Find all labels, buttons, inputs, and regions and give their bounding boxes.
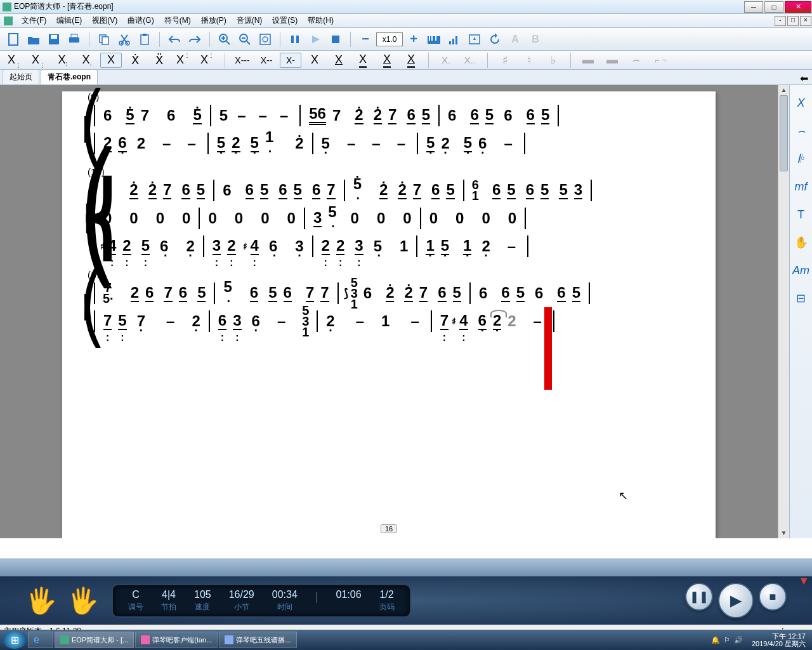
playback-cursor — [544, 307, 552, 390]
marker-b-button[interactable]: B — [526, 30, 545, 48]
zoom-display[interactable]: x1.0 — [376, 32, 403, 46]
sharp-button[interactable]: ♯ — [494, 53, 516, 68]
system-tray[interactable]: 🔔 ⚐ 🔊 下午 12:17 2019/4/20 星期六 — [711, 632, 809, 647]
cut-button[interactable] — [115, 30, 134, 48]
scroll-up-icon[interactable]: ▲ — [778, 85, 789, 95]
scroll-thumb[interactable] — [780, 95, 788, 171]
menu-play[interactable]: 播放(P) — [196, 15, 232, 26]
tray-notifications-icon[interactable]: 🔔 — [711, 636, 720, 644]
note-dot-1[interactable]: X. — [435, 53, 457, 68]
settings-button[interactable] — [465, 30, 484, 48]
natural-button[interactable]: ♮ — [518, 53, 540, 68]
note-dur-9[interactable]: X⋮ — [197, 53, 218, 68]
rest-whole[interactable]: ▬ — [577, 53, 599, 68]
tempo-down-button[interactable]: − — [356, 30, 375, 48]
taskbar-app-2[interactable]: 弹琴吧客户端(tan... — [135, 632, 218, 648]
rside-layout[interactable]: ⊟ — [792, 291, 810, 306]
minimize-button[interactable]: ─ — [744, 1, 763, 13]
save-button[interactable] — [44, 30, 63, 48]
note-len-3[interactable]: X- — [280, 53, 301, 68]
note-dur-2[interactable]: X⋮ — [28, 53, 49, 68]
rside-hand[interactable]: ✋ — [792, 235, 810, 250]
player-dragbar[interactable]: ▼ — [0, 559, 812, 576]
zoom-in-button[interactable] — [215, 30, 234, 48]
tempo-up-button[interactable]: + — [404, 30, 423, 48]
pause-button[interactable] — [285, 30, 304, 48]
document-viewport[interactable]: (9) ⎛ 6 5 7 6 5 5––– 567 2 2 7 6 5 6 6 5… — [0, 85, 778, 538]
mixer-button[interactable] — [445, 30, 464, 48]
menu-symbol[interactable]: 符号(M) — [159, 15, 196, 26]
stop-button[interactable] — [326, 30, 345, 48]
tab-start[interactable]: 起始页 — [3, 69, 39, 84]
note-len-7[interactable]: X — [376, 53, 398, 68]
mdi-close[interactable]: × — [800, 16, 811, 26]
copy-button[interactable] — [95, 30, 114, 48]
redo-button[interactable] — [185, 30, 204, 48]
mdi-minimize[interactable]: - — [775, 16, 786, 26]
scroll-down-icon[interactable]: ▼ — [778, 528, 789, 538]
menu-settings[interactable]: 设置(S) — [267, 15, 303, 26]
menu-help[interactable]: 帮助(H) — [303, 15, 339, 26]
rside-text[interactable]: T — [792, 207, 810, 222]
tie-button[interactable]: ⌢ — [625, 53, 647, 68]
marker-a-button[interactable]: A — [506, 30, 525, 48]
new-button[interactable] — [4, 30, 23, 48]
taskbar-app-3[interactable]: 弹琴吧五线谱播... — [219, 632, 296, 648]
taskbar-ie[interactable]: e — [28, 632, 53, 648]
zoom-out-button[interactable] — [235, 30, 254, 48]
refresh-button[interactable] — [485, 30, 504, 48]
maximize-button[interactable]: □ — [764, 1, 783, 13]
start-button[interactable]: ⊞ — [3, 631, 27, 649]
tray-action-icon[interactable]: ⚐ — [724, 636, 730, 644]
left-hand-icon[interactable]: 🖐 — [25, 586, 57, 616]
taskbar-clock[interactable]: 下午 12:17 2019/4/20 星期六 — [747, 632, 806, 647]
note-len-1[interactable]: X--- — [232, 53, 253, 68]
note-len-2[interactable]: X-- — [256, 53, 277, 68]
rside-repeat[interactable]: 𝄆 — [792, 151, 810, 166]
menu-edit[interactable]: 编辑(E) — [51, 15, 87, 26]
note-dur-6[interactable]: Ẋ — [124, 53, 146, 68]
note-len-8[interactable]: X — [400, 53, 422, 68]
note-dur-7[interactable]: Ẍ — [148, 53, 170, 68]
rside-fermata[interactable]: ⌢ — [792, 123, 810, 138]
note-len-4[interactable]: X — [304, 53, 325, 68]
mdi-restore[interactable]: □ — [787, 16, 799, 26]
note-dur-8[interactable]: X⋮ — [173, 53, 194, 68]
note-dot-2[interactable]: X.. — [459, 53, 481, 68]
note-dur-4[interactable]: X. — [76, 53, 98, 68]
note-len-6[interactable]: X — [352, 53, 374, 68]
play-button[interactable] — [306, 30, 325, 48]
rside-dynamics[interactable]: mf — [792, 179, 810, 194]
note-len-5[interactable]: X — [328, 53, 350, 68]
menu-view[interactable]: 视图(V) — [87, 15, 122, 26]
right-hand-icon[interactable]: 🖐 — [67, 586, 99, 616]
tab-file[interactable]: 青石巷.eopn — [41, 69, 98, 84]
undo-button[interactable] — [165, 30, 184, 48]
bracket-button[interactable]: ⌐ ¬ — [650, 53, 671, 68]
vertical-scrollbar[interactable]: ▲ ▼ — [778, 85, 789, 538]
flat-button[interactable]: ♭ — [542, 53, 564, 68]
rside-x[interactable]: X — [792, 95, 810, 110]
open-button[interactable] — [24, 30, 43, 48]
zoom-fit-button[interactable] — [256, 30, 275, 48]
expand-down-icon[interactable]: ▼ — [798, 574, 809, 588]
rside-chord[interactable]: Am — [792, 263, 810, 278]
taskbar-app-1[interactable]: EOP简谱大师 - [... — [55, 632, 134, 648]
player-play-button[interactable]: ▶ — [718, 583, 754, 618]
keyboard-button[interactable] — [424, 30, 443, 48]
bar-number: (13) — [88, 166, 105, 177]
note-dur-3[interactable]: X: — [52, 53, 74, 68]
collapse-toolbar-icon[interactable]: ⬅ — [796, 72, 812, 84]
close-button[interactable]: ✕ — [785, 1, 811, 13]
note-dur-5[interactable]: X — [100, 53, 122, 68]
rest-half[interactable]: ▬ — [601, 53, 623, 68]
paste-button[interactable] — [135, 30, 154, 48]
player-pause-button[interactable]: ❚❚ — [685, 583, 713, 611]
menu-score[interactable]: 曲谱(G) — [122, 15, 159, 26]
player-stop-button[interactable]: ■ — [759, 583, 787, 611]
tray-volume-icon[interactable]: 🔊 — [734, 636, 743, 644]
print-button[interactable] — [65, 30, 84, 48]
menu-file[interactable]: 文件(F) — [16, 15, 51, 26]
menu-sound[interactable]: 音源(N) — [232, 15, 268, 26]
note-dur-1[interactable]: X⋮ — [4, 53, 25, 68]
